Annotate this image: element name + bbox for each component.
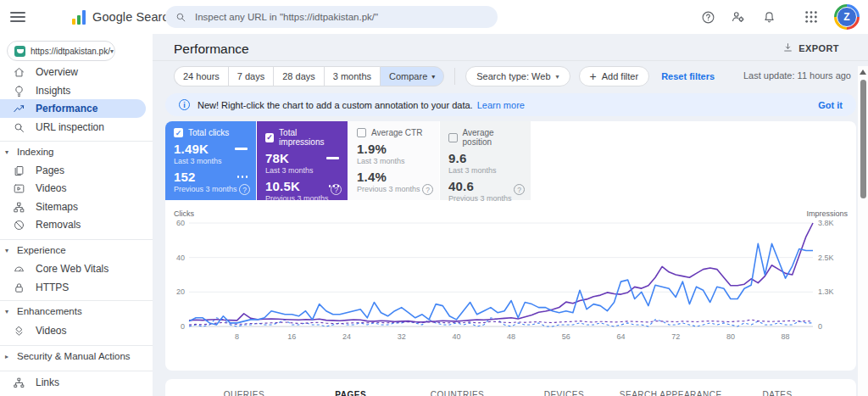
solid-line-legend-icon [326, 157, 339, 159]
help-icon[interactable] [700, 9, 715, 25]
sidebar-item-videos[interactable]: Videos [0, 179, 146, 198]
card-title: Average position [463, 128, 522, 147]
scrollbar-thumb[interactable] [860, 80, 866, 198]
card-prev-value: 1.4% [357, 170, 387, 184]
sidebar-item-label: Videos [36, 182, 66, 194]
svg-text:48: 48 [507, 332, 515, 341]
dimension-tabs: QUERIES PAGES COUNTRIES DEVICES SEARCH A… [165, 379, 856, 396]
checkbox-unchecked-icon[interactable]: ✓ [357, 128, 366, 137]
svg-text:8: 8 [235, 332, 239, 341]
chevron-down-icon: ▾ [431, 73, 435, 81]
sidebar-item-sitemaps[interactable]: Sitemaps [0, 198, 146, 216]
sidebar-item-performance[interactable]: Performance [0, 99, 146, 118]
sidebar-item-https[interactable]: HTTPS [0, 278, 146, 297]
card-value: 1.49K [174, 142, 209, 156]
range-24-hours-button[interactable]: 24 hours [174, 66, 228, 86]
total-clicks-card[interactable]: ✓ Total clicks 1.49K Last 3 months 152 P… [165, 121, 256, 200]
menu-icon[interactable] [10, 12, 25, 22]
sidebar-item-overview[interactable]: Overview [0, 63, 146, 81]
performance-chart-svg[interactable]: 00201.3K402.5K603.8K81624324048566472808… [169, 216, 852, 359]
sidebar-section-experience[interactable]: ▾ Experience [0, 242, 153, 259]
svg-text:0: 0 [181, 322, 185, 331]
average-position-card[interactable]: ✓ Average position 9.6 Last 3 months 40.… [440, 121, 531, 200]
sidebar-item-url-inspection[interactable]: URL inspection [0, 118, 146, 137]
range-3-months-button[interactable]: 3 months [324, 66, 380, 86]
sidebar-item-pages[interactable]: Pages [0, 161, 146, 180]
help-icon[interactable]: ? [331, 184, 342, 195]
card-prev-value: 10.5K [265, 179, 300, 193]
sidebar-item-core-web-vitals[interactable]: Core Web Vitals [0, 259, 146, 278]
help-icon[interactable]: ? [422, 184, 433, 195]
url-inspect-input[interactable] [195, 12, 487, 22]
svg-text:80: 80 [726, 332, 735, 341]
video-icon [12, 181, 25, 195]
main-content: Performance EXPORT 24 hours 7 days 28 da… [153, 34, 868, 396]
performance-panel: ✓ Total clicks 1.49K Last 3 months 152 P… [165, 121, 856, 371]
sidebar-section-indexing[interactable]: ▾ Indexing [0, 143, 153, 160]
tab-countries[interactable]: COUNTRIES [404, 390, 511, 396]
card-period: Last 3 months [448, 166, 522, 175]
checkbox-checked-icon[interactable]: ✓ [265, 133, 274, 142]
sidebar-item-label: HTTPS [36, 282, 69, 293]
card-value: 1.9% [357, 142, 387, 156]
sidebar-section-enhancements[interactable]: ▾ Enhancements [0, 303, 153, 320]
help-icon[interactable]: ? [239, 184, 250, 195]
svg-text:88: 88 [782, 332, 790, 341]
sidebar-item-videos-enhancement[interactable]: Videos [0, 321, 146, 340]
tab-pages[interactable]: PAGES [298, 390, 404, 396]
info-icon: i [179, 99, 190, 110]
chevron-down-icon: ▾ [556, 73, 559, 81]
card-prev-period: Previous 3 months [174, 185, 248, 193]
range-28-days-button[interactable]: 28 days [273, 66, 324, 86]
magnifier-icon [12, 120, 25, 134]
help-icon[interactable]: ? [514, 184, 525, 195]
average-ctr-card[interactable]: ✓ Average CTR 1.9% Last 3 months 1.4% Pr… [348, 121, 439, 200]
vertical-scrollbar[interactable] [858, 66, 868, 396]
svg-text:40: 40 [176, 254, 185, 262]
card-period: Last 3 months [174, 157, 248, 165]
checkbox-unchecked-icon[interactable]: ✓ [448, 133, 458, 142]
reset-filters-link[interactable]: Reset filters [661, 71, 715, 81]
got-it-button[interactable]: Got it [818, 100, 843, 110]
blocked-icon [12, 218, 25, 231]
checkbox-checked-icon[interactable]: ✓ [174, 128, 183, 137]
property-icon [14, 46, 25, 57]
tab-queries[interactable]: QUERIES [191, 390, 298, 396]
sidebar-section-label: Enhancements [17, 306, 82, 316]
metric-cards: ✓ Total clicks 1.49K Last 3 months 152 P… [165, 121, 531, 200]
url-inspect-searchbar[interactable] [165, 6, 498, 28]
sidebar-item-label: Removals [36, 219, 81, 231]
sitemap-icon [12, 200, 25, 214]
notifications-bell-icon[interactable] [761, 9, 776, 25]
last-update-text: Last update: 11 hours ago [743, 70, 851, 81]
sidebar-section-security[interactable]: ▸ Security & Manual Actions [0, 348, 153, 365]
export-button[interactable]: EXPORT [782, 42, 839, 53]
scroll-up-arrow-icon[interactable] [860, 70, 866, 75]
sidebar-item-removals[interactable]: Removals [0, 215, 146, 234]
add-filter-chip[interactable]: + Add filter [579, 66, 650, 86]
sidebar-item-links[interactable]: Links [0, 373, 146, 392]
search-type-chip[interactable]: Search type: Web ▾ [465, 66, 570, 86]
total-impressions-card[interactable]: ✓ Total impressions 78K Last 3 months 10… [257, 121, 348, 200]
search-console-logo-icon [72, 10, 86, 25]
compare-button[interactable]: Compare ▾ [380, 66, 444, 86]
property-selector[interactable]: https://idtpakistan.pk/ ▾ [7, 41, 115, 61]
card-title: Total impressions [279, 128, 339, 147]
account-avatar[interactable]: Z [834, 4, 860, 30]
lock-icon [12, 281, 25, 294]
tab-dates[interactable]: DATES [724, 390, 831, 396]
sidebar-item-insights[interactable]: Insights [0, 81, 146, 100]
range-7-days-button[interactable]: 7 days [228, 66, 273, 86]
svg-text:0: 0 [818, 322, 822, 331]
google-apps-grid-icon[interactable] [804, 9, 819, 25]
svg-text:2.5K: 2.5K [818, 254, 834, 262]
learn-more-link[interactable]: Learn more [477, 100, 525, 110]
card-prev-period: Previous 3 months [357, 185, 431, 193]
tab-devices[interactable]: DEVICES [510, 390, 617, 396]
performance-chart[interactable]: 00201.3K402.5K603.8K81624324048566472808… [169, 216, 852, 359]
user-settings-icon[interactable] [731, 9, 746, 25]
sidebar-item-label: Core Web Vitals [36, 263, 108, 275]
svg-text:3.8K: 3.8K [818, 219, 834, 227]
sidebar-section-label: Security & Manual Actions [17, 351, 131, 361]
tab-search-appearance[interactable]: SEARCH APPEARANCE [617, 390, 724, 396]
